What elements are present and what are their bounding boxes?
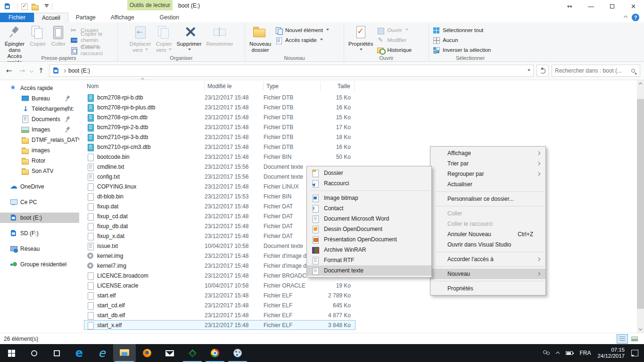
show-hidden-icons-chevron[interactable] [556, 350, 559, 356]
taskbar-app-button[interactable] [0, 344, 23, 362]
scrollbar-thumb[interactable] [637, 99, 644, 309]
taskbar-app-button[interactable] [204, 344, 226, 362]
submenu-item[interactable]: Format RTF [307, 255, 431, 265]
file-row[interactable]: LICENSE.oracle 10/04/2017 10:58 Fichier … [84, 280, 355, 290]
collapse-ribbon-icon[interactable] [624, 16, 627, 19]
sidebar-item[interactable]: Documents [0, 114, 79, 124]
back-button[interactable]: ← [4, 66, 14, 75]
taskbar-app-button[interactable] [226, 344, 249, 362]
history-button[interactable]: Historique [375, 45, 413, 55]
sidebar-item[interactable]: SD (F:) [0, 228, 79, 239]
sidebar-item[interactable]: Téléchargement: [0, 104, 79, 114]
customize-arrow-icon[interactable] [45, 4, 49, 9]
column-header-type[interactable]: Type [264, 82, 321, 91]
file-row[interactable]: bootcode.bin 23/12/2017 15:48 Fichier BI… [84, 152, 355, 162]
context-menu-item[interactable]: Actualiser [430, 179, 545, 189]
tab-home[interactable]: Accueil [34, 13, 68, 22]
clock[interactable]: 07:15 24/12/2017 [597, 347, 625, 359]
select-none-button[interactable]: Aucun [431, 35, 493, 45]
copy-button[interactable]: Copier [27, 24, 48, 49]
thumbnails-view-button[interactable] [629, 334, 640, 344]
minimize-button[interactable]: — [580, 0, 602, 13]
search-icon[interactable] [631, 69, 635, 73]
address-dropdown-icon[interactable] [528, 69, 530, 73]
sidebar-item[interactable]: images [0, 145, 79, 156]
submenu-item[interactable]: Dossier [307, 168, 431, 178]
context-menu-item[interactable]: Coller le raccourci [430, 219, 545, 229]
battery-icon[interactable] [566, 351, 573, 355]
submenu-item[interactable]: Dessin OpenDocument [307, 224, 431, 234]
context-menu-item[interactable]: Nouveau [430, 269, 545, 279]
sidebar-item[interactable]: Réseau [0, 244, 79, 254]
submenu-item[interactable]: Document texte [307, 265, 431, 276]
easy-access-button[interactable]: Accès rapide [273, 35, 331, 45]
submenu-item[interactable]: Document Microsoft Word [307, 214, 431, 224]
tab-share[interactable]: Partage [68, 13, 103, 22]
paste-shortcut-button[interactable]: Coller le raccourci [69, 45, 116, 55]
context-menu-item[interactable]: Ouvrir dans Visual Studio [430, 239, 545, 250]
checkmark-icon[interactable] [21, 3, 28, 10]
vertical-scrollbar[interactable] [637, 80, 644, 333]
new-item-button[interactable]: Nouvel élément [273, 25, 331, 35]
taskbar-app-button[interactable] [113, 344, 136, 362]
sidebar-item[interactable]: Ce PC [0, 197, 79, 207]
file-row[interactable]: bcm2708-rpi-b.dtb 23/12/2017 15:48 Fichi… [84, 92, 355, 102]
taskbar-app-button[interactable] [91, 344, 113, 362]
refresh-button[interactable] [537, 65, 549, 77]
column-header-size[interactable]: Taille [321, 82, 355, 91]
taskbar-app-button[interactable] [136, 344, 158, 362]
rename-button[interactable]: Renommer [204, 24, 236, 49]
submenu-item[interactable]: Raccourci [307, 178, 431, 189]
tab-file[interactable]: Fichier [0, 13, 34, 22]
tab-view[interactable]: Affichage [103, 13, 142, 22]
select-all-button[interactable]: Sélectionner tout [431, 25, 493, 35]
close-button[interactable]: × [623, 0, 644, 13]
open-button[interactable]: Ouvrir [375, 25, 413, 35]
taskbar-app-button[interactable] [181, 344, 204, 362]
tab-manage[interactable]: Gestion [152, 13, 187, 22]
context-menu-item[interactable]: Personnaliser ce dossier... [430, 194, 545, 204]
edit-button[interactable]: Modifier [375, 35, 413, 45]
sidebar-item[interactable]: Groupe résidentiel [0, 259, 79, 270]
context-menu-item[interactable]: Regrouper par [430, 169, 545, 179]
breadcrumb-chevron-icon[interactable] [63, 69, 66, 72]
sidebar-item[interactable]: Rotor [0, 156, 79, 166]
copy-to-button[interactable]: Copiervers [154, 24, 174, 55]
search-box[interactable] [552, 65, 640, 77]
file-row[interactable]: start.elf 23/12/2017 15:48 Fichier ELF 2… [84, 290, 355, 300]
sidebar-item[interactable]: DTMF_relais_DATV_ [0, 135, 79, 145]
new-folder-button[interactable]: Nouveaudossier [247, 24, 273, 55]
scroll-down-arrow[interactable] [637, 325, 644, 333]
context-menu-item[interactable]: Trier par [430, 158, 545, 169]
move-to-button[interactable]: Déplacervers [127, 24, 154, 55]
file-row[interactable]: bcm2708-rpi-b-plus.dtb 23/12/2017 15:48 … [84, 102, 355, 112]
context-menu-item[interactable]: Propriétés [430, 283, 545, 294]
forward-button[interactable]: → [17, 66, 27, 75]
sidebar-item[interactable]: Accès rapide [0, 83, 79, 93]
column-header-modified[interactable]: Modifié le [205, 82, 264, 91]
action-center-icon[interactable] [631, 350, 638, 356]
context-menu-item[interactable]: Annuler Nouveau Ctrl+Z [430, 229, 545, 239]
submenu-item[interactable]: Image bitmap [307, 193, 431, 203]
sidebar-item[interactable]: Son ATV [0, 166, 79, 176]
submenu-item[interactable]: Archive WinRAR [307, 245, 431, 255]
file-row[interactable]: bcm2710-rpi-cm3.dtb 23/12/2017 15:48 Fic… [84, 142, 355, 152]
properties-button[interactable]: Propriétés [346, 24, 375, 55]
submenu-item[interactable]: Présentation OpenDocument [307, 234, 431, 245]
delete-button[interactable]: Supprimer [174, 24, 204, 55]
help-icon[interactable]: ? [632, 14, 639, 21]
sidebar-item[interactable]: Images [0, 124, 79, 135]
column-header-name[interactable]: Nom [84, 82, 205, 91]
recent-locations-icon[interactable] [30, 69, 33, 73]
taskbar-app-button[interactable] [158, 344, 181, 362]
taskbar-app-button[interactable] [68, 344, 91, 362]
details-view-button[interactable] [617, 334, 628, 344]
file-row[interactable]: start_db.elf 23/12/2017 15:48 Fichier EL… [84, 310, 355, 320]
breadcrumb[interactable]: boot (E:) [68, 67, 90, 74]
folder-icon[interactable] [31, 3, 39, 10]
context-menu-item[interactable]: Accorder l'accès à [430, 254, 545, 264]
file-row[interactable]: bcm2710-rpi-3-b.dtb 23/12/2017 15:48 Fic… [84, 132, 355, 142]
taskbar-app-button[interactable] [45, 344, 68, 362]
language-indicator[interactable]: FRA [579, 350, 591, 356]
context-menu-item[interactable]: Affichage [430, 148, 545, 158]
